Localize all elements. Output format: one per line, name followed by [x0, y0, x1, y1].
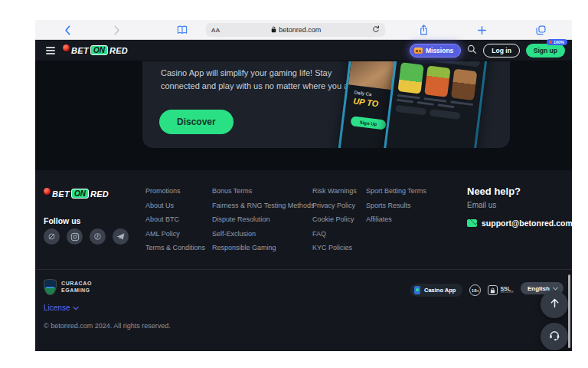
copyright-text: © betonred.com 2024. All rights reserved…: [44, 322, 171, 330]
footer-link[interactable]: Privacy Policy: [312, 202, 357, 209]
missions-button[interactable]: Missions: [410, 44, 461, 58]
casino-app-banner: Casino App will simplify your gaming lif…: [142, 61, 510, 148]
login-button[interactable]: Log in: [483, 44, 520, 58]
footer-link[interactable]: Bonus Terms: [212, 187, 314, 195]
help-section: Need help? Email us support@betonred.com: [467, 186, 572, 228]
tabs-icon: [536, 25, 546, 35]
forward-button[interactable]: [112, 20, 122, 40]
license-dropdown[interactable]: License: [44, 304, 79, 312]
email-us-label: Email us: [467, 201, 572, 209]
footer: BET ON RED Follow us Promotions About Us…: [35, 170, 572, 351]
game-tiles: [397, 62, 477, 100]
logo-ball-icon: [63, 44, 70, 51]
footer-link[interactable]: Terms & Conditions: [145, 244, 205, 251]
footer-link[interactable]: Fairness & RNG Testing Methods: [212, 202, 314, 209]
chevron-down-icon: [73, 304, 79, 312]
chevron-left-icon: [64, 25, 70, 35]
facebook-icon[interactable]: [90, 228, 106, 245]
browser-toolbar: AA betonred.com: [35, 20, 572, 40]
reader-mode-button[interactable]: AA: [211, 27, 220, 34]
footer-logo[interactable]: BET ON RED: [44, 189, 109, 199]
footer-link[interactable]: Dispute Resolution: [212, 215, 314, 223]
back-button[interactable]: [62, 20, 73, 40]
url-text: betonred.com: [220, 26, 372, 34]
signup-button[interactable]: Sign up: [526, 44, 565, 58]
gamepad-icon: [414, 48, 423, 54]
footer-link[interactable]: Promotions: [145, 187, 205, 195]
logo-ball-icon: [44, 188, 51, 195]
lock-icon: [271, 26, 276, 34]
footer-link[interactable]: KYC Policies: [312, 244, 357, 251]
phone-app-icon: [414, 286, 420, 294]
x-twitter-icon[interactable]: [44, 228, 60, 245]
curacao-egaming-badge[interactable]: CURACAOEGAMING: [44, 279, 92, 295]
footer-column-3: Risk Warnings Privacy Policy Cookie Poli…: [312, 187, 357, 251]
footer-link[interactable]: Risk Warnings: [312, 187, 357, 195]
share-icon: [420, 25, 428, 35]
footer-link[interactable]: FAQ: [312, 230, 357, 238]
age-18-badge: 18+: [469, 284, 481, 296]
plus-icon: [477, 25, 487, 35]
support-chat-button[interactable]: [541, 323, 568, 350]
support-email-link[interactable]: support@betonred.com: [482, 219, 572, 228]
page-scrollbar[interactable]: [568, 274, 570, 348]
bonus-badge: 100%: [547, 39, 567, 45]
follow-us-label: Follow us: [44, 216, 80, 225]
bookmarks-button[interactable]: [176, 20, 188, 40]
bonus-dot-icon: [549, 41, 552, 44]
footer-link[interactable]: Sport Betting Terms: [366, 187, 426, 195]
discover-button[interactable]: Discover: [159, 110, 234, 134]
banner-description: Casino App will simplify your gaming lif…: [161, 67, 368, 92]
site-header: BET ON RED Missions Log in Sign up 100%: [35, 40, 572, 61]
casino-app-badge[interactable]: Casino App: [410, 284, 462, 297]
scroll-to-top-button[interactable]: [541, 291, 568, 318]
main-content: Casino App will simplify your gaming lif…: [35, 61, 572, 170]
new-tab-button[interactable]: [476, 20, 487, 40]
arrow-up-icon: [549, 297, 560, 312]
footer-link[interactable]: AML Policy: [145, 230, 205, 238]
share-button[interactable]: [418, 20, 429, 40]
ssl-secure-badge: SSLSECURE: [488, 285, 514, 295]
menu-button[interactable]: [46, 47, 55, 54]
tabs-button[interactable]: [534, 20, 547, 40]
need-help-title: Need help?: [467, 186, 572, 197]
telegram-icon[interactable]: [113, 228, 129, 245]
browser-window: AA betonred.com BET ON RED: [35, 20, 572, 351]
site-logo[interactable]: BET ON RED: [63, 45, 128, 55]
footer-link[interactable]: About BTC: [145, 215, 205, 223]
footer-divider: [35, 269, 572, 270]
phone-mockup-front: Sign up ⌕Search: [381, 61, 489, 148]
footer-link[interactable]: Responsible Gaming: [212, 244, 314, 251]
instagram-icon[interactable]: [67, 228, 83, 245]
footer-link[interactable]: Cookie Policy: [312, 215, 357, 223]
footer-link[interactable]: Self-Exclusion: [212, 230, 314, 238]
book-icon: [177, 25, 188, 34]
phone-signup-button: Sign Up: [350, 116, 386, 130]
address-bar[interactable]: AA betonred.com: [206, 23, 385, 37]
phone-mockups: Daily Ca UP TO Sign Up Sign up ⌕Search: [340, 61, 510, 148]
envelope-icon: [467, 219, 477, 227]
refresh-button[interactable]: [372, 23, 380, 37]
footer-column-1: Promotions About Us About BTC AML Policy…: [145, 187, 205, 251]
chevron-right-icon: [114, 25, 120, 35]
footer-column-2: Bonus Terms Fairness & RNG Testing Metho…: [212, 187, 314, 251]
social-links: [44, 228, 129, 245]
footer-link[interactable]: Sports Results: [366, 202, 426, 209]
footer-column-4: Sport Betting Terms Sports Results Affil…: [366, 187, 426, 223]
footer-link[interactable]: Affiliates: [366, 215, 426, 223]
footer-link[interactable]: About Us: [145, 202, 205, 209]
search-icon[interactable]: [467, 44, 477, 58]
curacao-shield-icon: [44, 279, 57, 295]
lock-icon: [488, 285, 498, 295]
headset-icon: [548, 329, 560, 344]
